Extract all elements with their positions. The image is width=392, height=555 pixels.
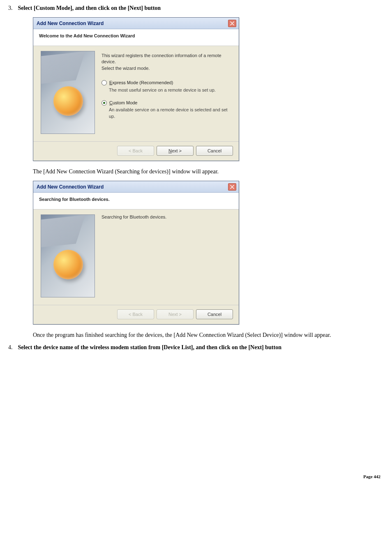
step-3: 3. Select [Custom Mode], and then click … xyxy=(8,5,384,12)
page-footer: Page 442 xyxy=(8,474,384,479)
paragraph-2: Once the program has finished searching … xyxy=(33,332,384,339)
radio-icon xyxy=(101,100,107,106)
radio-express-label: Express Mode (Recommended) xyxy=(109,80,173,86)
wizard-subheader: Searching for Bluetooth devices. xyxy=(33,193,239,210)
wizard-welcome: Add New Connection Wizard Welcome to the… xyxy=(33,17,239,161)
next-button[interactable]: Next > xyxy=(157,146,194,156)
titlebar: Add New Connection Wizard xyxy=(33,181,239,193)
step-4: 4. Select the device name of the wireles… xyxy=(8,344,384,351)
wizard-subheader: Welcome to the Add New Connection Wizard xyxy=(33,29,239,46)
wizard-searching: Add New Connection Wizard Searching for … xyxy=(33,181,239,325)
step-number: 3. xyxy=(8,5,16,12)
paragraph-1: The [Add New Connection Wizard (Searchin… xyxy=(33,168,384,175)
titlebar: Add New Connection Wizard xyxy=(33,18,239,29)
window-title: Add New Connection Wizard xyxy=(37,21,104,26)
radio-express[interactable]: Express Mode (Recommended) xyxy=(101,80,231,86)
step-3-text: Select [Custom Mode], and then click on … xyxy=(18,5,161,11)
back-button: < Back xyxy=(117,146,154,156)
next-button: Next > xyxy=(157,309,194,319)
wizard-body: This wizard registers the connection inf… xyxy=(101,51,231,126)
searching-message: Searching for Bluetooth devices. xyxy=(101,214,166,219)
intro-line-2: Select the wizard mode. xyxy=(101,65,231,71)
radio-express-desc: The most useful service on a remote devi… xyxy=(109,87,231,93)
window-title: Add New Connection Wizard xyxy=(37,184,104,190)
radio-custom-desc: An available service on a remote device … xyxy=(109,107,231,120)
radio-icon xyxy=(101,80,107,85)
button-bar: < Back Next > Cancel xyxy=(33,141,239,161)
intro-line-1: This wizard registers the connection inf… xyxy=(101,53,231,65)
wizard-graphic xyxy=(41,51,95,134)
button-bar: < Back Next > Cancel xyxy=(33,305,239,324)
close-icon[interactable] xyxy=(228,183,236,191)
radio-custom-label: Custom Mode xyxy=(109,100,137,106)
searching-message-area: Searching for Bluetooth devices. xyxy=(101,214,231,219)
back-button: < Back xyxy=(117,309,154,319)
radio-custom[interactable]: Custom Mode xyxy=(101,100,231,106)
cancel-button[interactable]: Cancel xyxy=(196,309,233,319)
step-number: 4. xyxy=(8,344,16,351)
close-icon[interactable] xyxy=(228,20,236,27)
step-4-text: Select the device name of the wireless m… xyxy=(18,344,281,350)
wizard-graphic xyxy=(41,214,95,297)
cancel-button[interactable]: Cancel xyxy=(196,146,233,156)
